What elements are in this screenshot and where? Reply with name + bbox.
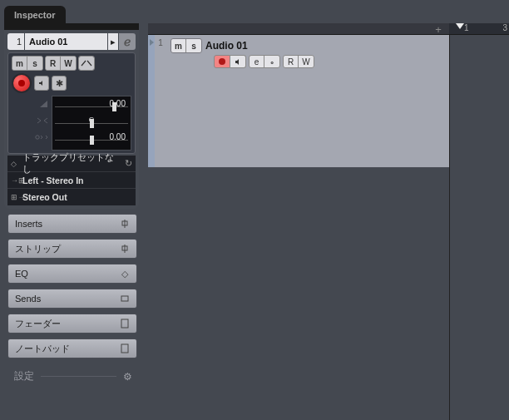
track-list: 1 m s Audio 01 [148, 35, 449, 420]
track-mute-button[interactable]: m [171, 39, 186, 52]
pan-slider[interactable]: C [55, 115, 128, 131]
svg-rect-7 [121, 344, 128, 353]
pan-icon [12, 112, 48, 129]
solo-button[interactable]: s [27, 57, 42, 70]
volume-value: 0.00 [110, 99, 126, 108]
track-list-header: + [148, 23, 449, 34]
fader-section[interactable]: フェーダー [7, 314, 137, 334]
track-row-index: 1 [155, 35, 166, 167]
add-track-button[interactable]: + [431, 23, 446, 35]
delay-slider[interactable]: 0.00 [55, 131, 128, 148]
inspector-tab[interactable]: Inspector [4, 6, 66, 23]
svg-rect-6 [121, 319, 128, 328]
playhead-marker[interactable] [456, 23, 464, 29]
page-icon[interactable] [118, 342, 131, 355]
delay-icon [12, 129, 48, 146]
timeline-tick-1: 1 [464, 23, 469, 32]
read-automation-button[interactable]: R [46, 57, 61, 70]
output-label: Stereo Out [22, 192, 132, 202]
track-edit-button[interactable]: e [250, 56, 264, 67]
track-solo-button[interactable]: s [186, 39, 201, 52]
diamond-icon[interactable]: ◇ [118, 267, 131, 280]
input-routing-row[interactable]: →⊞ Left - Stereo In [7, 172, 136, 189]
record-enable-button[interactable] [12, 73, 32, 93]
settings-label: 設定 [14, 370, 34, 383]
track-row-name[interactable]: Audio 01 [205, 40, 248, 52]
edit-channel-button[interactable]: ℯ [119, 33, 136, 50]
track-read-button[interactable]: R [284, 56, 299, 67]
output-routing-icon: ⊞→ [11, 193, 22, 201]
track-expand-icon[interactable] [148, 35, 155, 167]
track-dropdown-icon[interactable]: ▸ [108, 33, 118, 50]
volume-slider[interactable]: 0.00 [55, 98, 128, 115]
automation-group: R W [45, 56, 77, 71]
page-icon[interactable] [118, 317, 131, 330]
track-controls: m s R W ✱ [7, 52, 136, 154]
strip-section[interactable]: ストリップ [7, 239, 137, 259]
timeline-ruler[interactable]: 1 3 [449, 23, 509, 34]
preset-io-list: ◇ トラックプリセットなし ↻ →⊞ Left - Stereo In ⊞→ S… [7, 156, 136, 205]
inspector-tab-bar: Inspector [4, 0, 139, 23]
svg-rect-5 [121, 296, 128, 301]
bypass-icon[interactable] [118, 217, 131, 230]
mute-solo-group: m s [12, 56, 43, 71]
input-label: Left - Stereo In [22, 175, 132, 185]
track-record-button[interactable] [214, 55, 230, 68]
volume-icon [12, 96, 48, 112]
notepad-section[interactable]: ノートパッド [7, 338, 137, 358]
track-index: 1 [7, 33, 24, 50]
write-automation-button[interactable]: W [61, 57, 76, 70]
track-area: + 1 3 1 m s [148, 23, 509, 420]
bypass-icon[interactable] [118, 292, 131, 305]
track-monitor-button[interactable] [230, 56, 245, 67]
mute-button[interactable]: m [12, 57, 27, 70]
inspector-body: 1 Audio 01 ▸ ℯ m s R W [4, 30, 139, 209]
monitor-button[interactable] [34, 76, 49, 91]
settings-row[interactable]: 設定 ⚙ [7, 370, 137, 383]
eq-section[interactable]: EQ ◇ [7, 264, 137, 284]
mute-solo-track: m s [170, 38, 202, 53]
track-write-button[interactable]: W [299, 56, 314, 67]
gear-icon[interactable]: ⚙ [123, 371, 132, 383]
track-name-row: 1 Audio 01 ▸ ℯ [7, 33, 136, 50]
svg-point-0 [36, 136, 39, 139]
preset-label: トラックプリセットなし [22, 152, 121, 175]
timeline-events[interactable] [449, 35, 509, 420]
freeze-button[interactable]: ✱ [52, 76, 67, 91]
track-name-field[interactable]: Audio 01 [25, 33, 107, 50]
input-routing-icon: →⊞ [11, 176, 22, 185]
reload-icon[interactable]: ↻ [121, 158, 132, 169]
diamond-icon: ◇ [11, 160, 22, 168]
crossfade-button[interactable] [79, 57, 94, 70]
track-preset-row[interactable]: ◇ トラックプリセットなし ↻ [7, 156, 136, 172]
track-menu-button[interactable]: ∘ [264, 56, 279, 67]
track-row[interactable]: 1 m s Audio 01 [148, 35, 449, 168]
inspector-panel: Inspector 1 Audio 01 ▸ ℯ m s R W [4, 0, 139, 420]
inserts-section[interactable]: Inserts [7, 214, 137, 234]
pan-value: C [89, 116, 95, 124]
delay-value: 0.00 [110, 132, 126, 141]
fader-box: 0.00 C 0.00 [12, 96, 131, 151]
timeline-tick-3: 3 [502, 23, 507, 32]
bypass-icon[interactable] [118, 242, 131, 255]
output-routing-row[interactable]: ⊞→ Stereo Out [7, 189, 136, 205]
sends-section[interactable]: Sends [7, 289, 137, 309]
